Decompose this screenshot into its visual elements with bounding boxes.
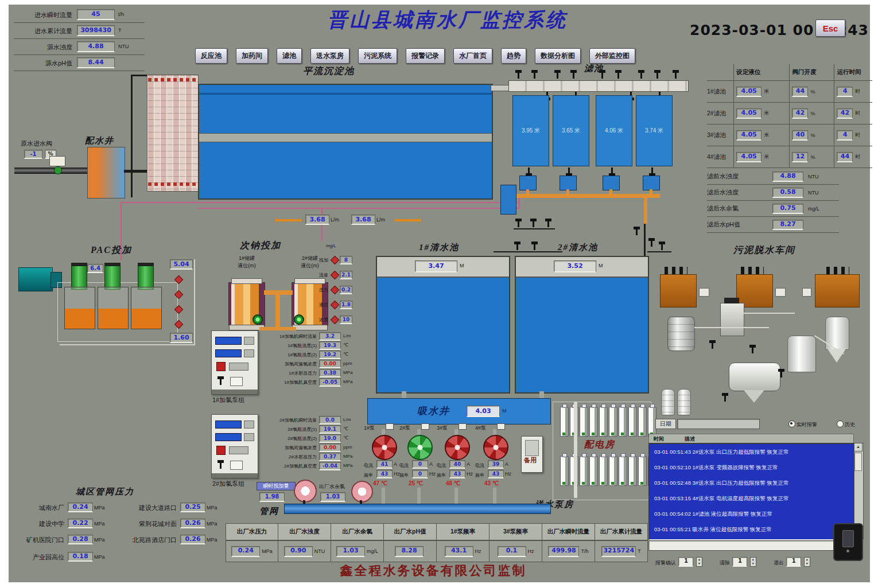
valve-icon[interactable] (640, 73, 642, 79)
outlet-value: 43.1 (445, 546, 473, 557)
nav-button-filter[interactable]: 滤池 (277, 48, 302, 64)
pac-pump[interactable] (18, 267, 53, 291)
valve-icon[interactable] (533, 221, 534, 227)
cabinet-button[interactable] (244, 433, 254, 441)
cabinet-button[interactable] (244, 349, 254, 357)
pump-icon[interactable] (407, 435, 433, 460)
valve-icon[interactable] (651, 241, 652, 247)
nav-button-trends[interactable]: 趋势 (501, 48, 526, 64)
ack-button-label[interactable]: 报警确认 (655, 560, 676, 566)
alarm-list-item[interactable]: 03-01 00:53:15 4#送水泵 电机温度超高限报警 恢复正常 (650, 490, 854, 506)
exit-count: 1 (786, 557, 801, 567)
alarm-list-item[interactable]: 03-01 00:55:21 吸水井 液位超低限报警 恢复正常 (650, 521, 854, 537)
hypo-pipe (259, 327, 296, 330)
nav-button-data-analysis[interactable]: 数据分析图 (535, 48, 581, 64)
spinner-icon[interactable]: ▲▼ (804, 557, 810, 567)
valve-icon[interactable] (661, 244, 663, 250)
valve-icon[interactable] (518, 221, 519, 227)
device-icon[interactable] (833, 523, 863, 561)
valve-icon[interactable] (656, 73, 658, 79)
cabinet-button[interactable] (244, 420, 254, 429)
outlet-header: 出厂水余氯 (331, 523, 384, 540)
outlet-header: 出厂水压力 (226, 523, 278, 540)
valve-icon[interactable] (534, 73, 535, 79)
breaker-cabinet-icon (560, 407, 569, 437)
sludge-pipe (743, 313, 795, 314)
intake-label: 源水浊度 (14, 43, 72, 52)
pump-icon[interactable] (483, 435, 508, 460)
valve-icon[interactable] (516, 244, 518, 250)
standby-unit: 备用 (521, 436, 543, 473)
pump-icon[interactable] (372, 435, 397, 460)
valve-icon[interactable] (220, 379, 222, 385)
log-filter-input[interactable] (648, 540, 853, 551)
alarm-list-item[interactable]: 03-01 00:51:43 2#送水泵 出口压力超低限报警 恢复正常 (650, 444, 854, 460)
log-date-input[interactable] (677, 419, 760, 429)
alarm-list-item[interactable]: 03-01 00:54:02 1#滤池 液位超高限报警 恢复正常 (650, 506, 854, 521)
nav-button-reaction-pool[interactable]: 反应池 (195, 48, 227, 64)
hypo-valve-icon[interactable] (252, 314, 263, 325)
breaker-cabinet-icon (628, 456, 637, 486)
valve-icon[interactable] (651, 168, 653, 173)
pump-icon[interactable] (445, 435, 470, 460)
valve-icon[interactable] (601, 73, 603, 79)
suction-well-label: 吸水井 (417, 404, 450, 418)
radio-live-alarm[interactable] (788, 420, 795, 427)
pac-mixer-icon[interactable] (104, 263, 121, 290)
reading-label: 加氯间漏氯浓度 (259, 445, 317, 451)
hypo-valve-icon[interactable] (294, 314, 304, 325)
cabinet-button[interactable] (229, 446, 248, 454)
cabinet-button[interactable] (229, 363, 248, 371)
clear-button-label[interactable]: 清除 (720, 560, 730, 566)
inlet-valve-icon[interactable] (54, 166, 62, 174)
scroll-thumb[interactable] (854, 453, 862, 471)
valve-icon[interactable] (752, 348, 753, 353)
scroll-up-icon[interactable]: ▲ (854, 443, 863, 451)
valve-icon[interactable] (568, 168, 570, 173)
info-unit: NTU (808, 174, 819, 180)
valve-icon[interactable] (636, 229, 638, 235)
hypo-row-value: 8 (340, 256, 352, 264)
nav-button-external-monitor[interactable]: 外部监控图 (589, 48, 635, 64)
pac-mixer-icon[interactable] (138, 263, 154, 290)
valve-icon[interactable] (724, 396, 726, 402)
pressure-value: 0.26 (180, 535, 205, 544)
valve-icon[interactable] (675, 73, 677, 79)
unit: % (810, 111, 815, 116)
filter-setpoint: 4.05 (736, 87, 762, 97)
valve-icon[interactable] (528, 168, 530, 173)
pool-divider (199, 133, 492, 142)
nav-button-plant-home[interactable]: 水厂首页 (453, 48, 492, 64)
nav-button-alarm-records[interactable]: 报警记录 (406, 48, 445, 64)
nav-button-dosing-room[interactable]: 加药间 (236, 48, 268, 64)
valve-icon[interactable] (518, 73, 519, 79)
nav-button-sludge-system[interactable]: 污泥系统 (358, 48, 397, 64)
cabinet-button[interactable] (244, 337, 254, 345)
valve-icon[interactable] (780, 372, 782, 377)
valve-icon[interactable] (557, 73, 558, 79)
valve-icon[interactable] (573, 73, 574, 79)
sludge-tank (815, 274, 860, 307)
valve-icon[interactable] (534, 244, 535, 250)
cabinet-switch[interactable] (230, 461, 243, 470)
spinner-icon[interactable]: ▲▼ (696, 557, 702, 567)
alarm-list-item[interactable]: 03-01 00:52:48 3#送水泵 出口压力超低限报警 恢复正常 (650, 475, 854, 490)
suction-level-unit: M (502, 408, 507, 414)
valve-icon[interactable] (611, 168, 613, 173)
esc-button[interactable]: Esc (815, 20, 845, 37)
outlet-value: 0.1 (498, 546, 526, 557)
valve-icon[interactable] (547, 221, 549, 227)
alarm-list-item[interactable]: 03-01 00:52:10 1#送水泵 变频器故障报警 恢复正常 (650, 460, 854, 475)
spinner-icon[interactable]: ▲▼ (750, 557, 756, 567)
outlet-cell: 43.1Hz (437, 540, 489, 562)
breaker-cabinet-icon (599, 456, 608, 486)
valve-icon[interactable] (712, 343, 713, 349)
valve-icon[interactable] (220, 463, 222, 469)
radio-history[interactable] (837, 420, 844, 427)
pressure-row: 产业园高位 0.18 MPa (16, 548, 223, 564)
pac-mixer-icon[interactable] (71, 263, 87, 290)
valve-icon[interactable] (617, 73, 619, 79)
exit-button-label[interactable]: 退出 (774, 560, 784, 566)
nav-button-pump-house[interactable]: 送水泵房 (310, 48, 349, 64)
cabinet-switch[interactable] (230, 377, 243, 386)
